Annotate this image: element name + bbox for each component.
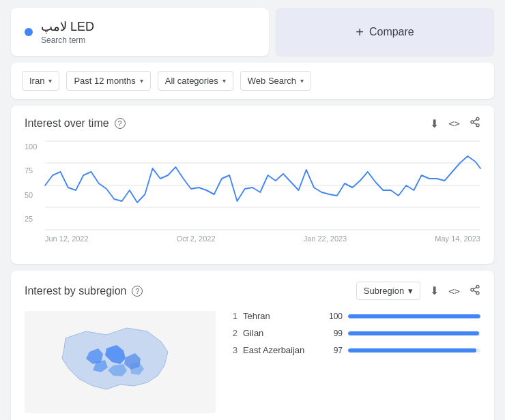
svg-point-10 [476, 285, 479, 288]
subregion-dropdown[interactable]: Subregion ▾ [356, 282, 420, 300]
plus-icon: + [356, 25, 364, 40]
filter-row: Iran ▾ Past 12 months ▾ All categories ▾… [11, 63, 494, 99]
svg-point-1 [471, 121, 474, 123]
rank-name: East Azerbaijan [243, 345, 318, 355]
rank-bar-bg [348, 331, 480, 335]
rank-name: Gilan [243, 328, 318, 338]
term-text: لامپ LED [41, 19, 94, 34]
subregion-title-row: Interest by subregion ? [25, 285, 143, 297]
svg-line-13 [474, 290, 477, 292]
chart-header: Interest over time ? ⬇ <> [25, 117, 480, 130]
search-term-card: لامپ LED Search term [11, 8, 269, 56]
rank-bar-bg [348, 348, 480, 352]
rank-name: Tehran [243, 311, 318, 321]
subregion-header: Interest by subregion ? Subregion ▾ ⬇ <> [25, 282, 480, 300]
embed-icon[interactable]: <> [448, 118, 460, 129]
download-icon[interactable]: ⬇ [430, 117, 439, 130]
help-icon[interactable]: ? [115, 118, 126, 129]
share-icon[interactable] [470, 117, 480, 130]
svg-point-12 [476, 291, 479, 294]
interest-over-time-card: Interest over time ? ⬇ <> 100 75 50 25 [11, 106, 494, 264]
compare-label: Compare [369, 26, 414, 38]
download-icon[interactable]: ⬇ [430, 284, 439, 297]
subregion-help-icon[interactable]: ? [132, 286, 143, 297]
svg-line-14 [474, 287, 477, 289]
rank-row: 1 Tehran 100 [227, 311, 480, 321]
rank-value: 100 [323, 312, 343, 321]
compare-button[interactable]: + Compare [276, 8, 494, 56]
term-dot [25, 28, 33, 36]
chart-actions: ⬇ <> [430, 117, 480, 130]
filter-country-label: Iran [29, 76, 44, 86]
svg-line-3 [474, 123, 477, 125]
chevron-down-icon: ▾ [140, 77, 143, 85]
filter-category-label: All categories [165, 76, 218, 86]
chevron-down-icon: ▾ [222, 77, 226, 85]
rank-number: 3 [227, 345, 237, 355]
rank-bar [348, 348, 476, 352]
filter-country[interactable]: Iran ▾ [22, 71, 59, 91]
filter-search-type[interactable]: Web Search ▾ [240, 71, 311, 91]
chart-y-labels: 100 75 50 25 [25, 141, 44, 223]
chart-svg [45, 141, 480, 230]
svg-line-4 [474, 119, 477, 121]
chevron-down-icon: ▾ [408, 286, 413, 296]
rank-bar [348, 331, 479, 335]
embed-icon[interactable]: <> [448, 286, 460, 297]
filter-category[interactable]: All categories ▾ [158, 71, 233, 91]
chart-x-labels: Jun 12, 2022 Oct 2, 2022 Jan 22, 2023 Ma… [25, 235, 480, 243]
chart-area: 100 75 50 25 Jun 12, 2022 [25, 141, 480, 250]
chart-title-row: Interest over time ? [25, 117, 126, 130]
subregion-title: Interest by subregion [25, 285, 126, 297]
rank-row: 2 Gilan 99 [227, 328, 480, 338]
term-info: لامپ LED Search term [41, 19, 94, 45]
rank-value: 99 [323, 329, 343, 338]
rank-bar-bg [348, 314, 480, 318]
svg-point-2 [476, 124, 479, 127]
rank-row: 3 East Azerbaijan 97 [227, 345, 480, 355]
term-label: Search term [41, 35, 94, 45]
svg-point-11 [471, 288, 474, 291]
chevron-down-icon: ▾ [300, 77, 304, 85]
filter-time[interactable]: Past 12 months ▾ [66, 71, 150, 91]
share-icon[interactable] [470, 284, 480, 298]
rankings-area: 1 Tehran 100 2 Gilan 99 3 [227, 311, 480, 413]
map-svg [25, 311, 216, 413]
svg-point-0 [476, 117, 479, 120]
interest-by-subregion-card: Interest by subregion ? Subregion ▾ ⬇ <> [11, 271, 494, 420]
map-area [25, 311, 216, 413]
subregion-dropdown-label: Subregion [364, 286, 404, 296]
subregion-actions: Subregion ▾ ⬇ <> [356, 282, 480, 300]
chevron-down-icon: ▾ [48, 77, 52, 85]
rank-number: 2 [227, 328, 237, 338]
filter-time-label: Past 12 months [74, 76, 135, 86]
rank-bar [348, 314, 480, 318]
rank-number: 1 [227, 311, 237, 321]
filter-search-type-label: Web Search [248, 76, 296, 86]
rank-value: 97 [323, 346, 343, 355]
chart-title: Interest over time [25, 117, 109, 130]
subregion-body: 1 Tehran 100 2 Gilan 99 3 [25, 311, 480, 413]
